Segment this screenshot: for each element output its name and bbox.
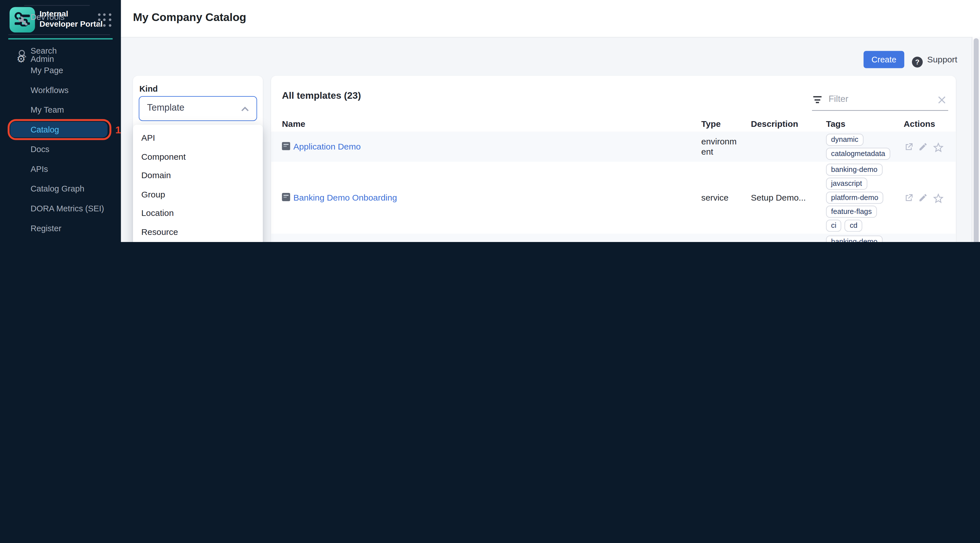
- tag-chip: banking-demo: [826, 236, 883, 242]
- tag-line: cicd: [826, 220, 862, 232]
- tag-chip: feature-flags: [826, 206, 877, 218]
- sidebar-item-catalog-graph[interactable]: Catalog Graph: [0, 179, 121, 199]
- sidebar-item-label: Register: [30, 224, 62, 233]
- tag-chip: banking-demo: [826, 164, 883, 176]
- create-button[interactable]: Create: [864, 51, 904, 68]
- tags-cell: banking-demojavascriptplatform-demofeatu…: [826, 164, 904, 232]
- sidebar-item-label: Admin: [30, 54, 54, 64]
- support-label: Support: [927, 55, 957, 64]
- edit-pencil-icon[interactable]: [918, 142, 928, 152]
- sidebar-item-label: Catalog: [30, 125, 59, 134]
- tags-cell: dynamiccatalogmetadata: [826, 134, 904, 160]
- clear-filter-icon[interactable]: [937, 95, 947, 105]
- tag-line: dynamic: [826, 134, 864, 146]
- tag-chip: cd: [845, 220, 862, 232]
- sidebar-item-label: Workflows: [30, 85, 68, 95]
- kind-option-component[interactable]: Component: [133, 148, 263, 166]
- table-title: All templates (23): [282, 90, 361, 100]
- description-cell: Setup Demo...: [751, 193, 826, 202]
- tag-line: platform-demo: [826, 191, 883, 204]
- kind-dropdown-menu: APIComponentDomainGroupLocationResourceS…: [133, 125, 263, 242]
- filters-panel: Kind Template APIComponentDomainGroupLoc…: [133, 76, 263, 242]
- actions-cell: [904, 193, 945, 203]
- tag-line: javascript: [826, 178, 867, 190]
- kind-option-group[interactable]: Group: [133, 185, 263, 204]
- filter-icon: [813, 96, 822, 104]
- sidebar-item-workflows[interactable]: Workflows: [0, 80, 121, 100]
- question-mark-icon: ?: [912, 57, 923, 67]
- column-header-description: Description: [751, 119, 826, 129]
- kind-option-domain[interactable]: Domain: [133, 166, 263, 185]
- sidebar-item-admin[interactable]: ⚙ Admin: [0, 49, 121, 69]
- column-header-name: Name: [271, 119, 701, 129]
- sidebar-item-apis[interactable]: APIs: [0, 159, 121, 179]
- tag-line: banking-demo: [826, 236, 883, 242]
- sidebar-item-register[interactable]: Register: [0, 218, 121, 238]
- open-in-new-icon[interactable]: [904, 193, 914, 203]
- sidebar-item-dora-metrics-sei[interactable]: DORA Metrics (SEI): [0, 199, 121, 218]
- sidebar-item-catalog[interactable]: Catalog1: [10, 122, 107, 138]
- type-text: environment: [701, 137, 738, 157]
- tag-chip: ci: [826, 220, 842, 232]
- open-in-new-icon[interactable]: [904, 142, 914, 152]
- sidebar-divider-teal: [8, 38, 113, 40]
- name-cell: Application Demo: [271, 142, 701, 152]
- gear-icon: ⚙: [16, 54, 25, 64]
- tag-chip: platform-demo: [826, 191, 883, 204]
- sidebar-item-docs[interactable]: Docs: [0, 139, 121, 159]
- table-header-row: NameTypeDescriptionTagsActions: [271, 115, 956, 132]
- tag-chip: javascript: [826, 178, 867, 190]
- kind-option-system[interactable]: System: [133, 241, 263, 242]
- table-row: Banking Demo OnboardingserviceSetup Demo…: [271, 162, 956, 234]
- kind-select[interactable]: Template: [138, 96, 257, 121]
- entity-icon: [282, 193, 290, 203]
- star-icon[interactable]: [933, 193, 943, 203]
- star-icon[interactable]: [933, 142, 943, 152]
- entity-link[interactable]: Banking Demo Onboarding: [293, 193, 397, 202]
- tag-line: catalogmetadata: [826, 148, 890, 160]
- page-title: My Company Catalog: [133, 11, 246, 24]
- sidebar-item-label: My Team: [30, 105, 64, 115]
- support-button[interactable]: ?Support: [912, 51, 957, 68]
- table-row: Application Demoenvironmentdynamiccatalo…: [271, 132, 956, 162]
- page-header: My Company Catalog: [121, 0, 980, 37]
- tags-cell: banking-demojavascriptplatform-demofeatu…: [826, 236, 904, 242]
- sidebar-item-label: Catalog Graph: [30, 184, 84, 194]
- wrench-icon: [18, 12, 28, 22]
- actions-cell: [904, 142, 945, 152]
- tag-line: banking-demo: [826, 164, 883, 176]
- chevron-up-icon: [241, 106, 249, 111]
- app-root: Internal Developer Portal SearchMy PageW…: [0, 0, 980, 242]
- column-header-type: Type: [701, 119, 751, 129]
- entity-icon: [282, 142, 290, 152]
- kind-option-api[interactable]: API: [133, 129, 263, 147]
- name-cell: Banking Demo Onboarding: [271, 193, 701, 203]
- sidebar-item-label: Docs: [30, 144, 49, 154]
- tag-line: feature-flags: [826, 206, 877, 218]
- type-cell: service: [701, 193, 751, 203]
- kind-option-resource[interactable]: Resource: [133, 223, 263, 241]
- main-area: My Company Catalog Create ?Support Kind …: [121, 0, 980, 242]
- sidebar-item-devtools[interactable]: DevTools: [0, 6, 121, 29]
- filter-input[interactable]: [827, 93, 925, 104]
- kind-option-location[interactable]: Location: [133, 204, 263, 223]
- table-row: Banking Demo Onboarding 2serviceSetup De…: [271, 234, 956, 242]
- tag-chip: dynamic: [826, 134, 864, 146]
- scrollbar-thumb[interactable]: [973, 38, 978, 242]
- templates-table-card: All templates (23) NameTypeDescriptionTa…: [271, 76, 956, 242]
- sidebar-item-label: DORA Metrics (SEI): [30, 204, 104, 213]
- type-cell: environment: [701, 137, 751, 157]
- table-body: Application Demoenvironmentdynamiccatalo…: [271, 132, 956, 242]
- table-filter: [812, 91, 948, 111]
- sidebar-nav: SearchMy PageWorkflowsMy TeamCatalog1Doc…: [0, 41, 121, 238]
- sidebar-item-label: DevTools: [30, 12, 65, 22]
- kind-select-value: Template: [147, 102, 184, 113]
- sidebar-item-my-team[interactable]: My Team: [0, 100, 121, 120]
- edit-pencil-icon[interactable]: [918, 193, 928, 203]
- tag-chip: catalogmetadata: [826, 148, 890, 160]
- annotation-ring: 1: [8, 119, 111, 140]
- type-text: service: [701, 193, 738, 203]
- column-header-tags: Tags: [826, 119, 904, 129]
- entity-link[interactable]: Application Demo: [293, 142, 361, 151]
- content-area: Create ?Support Kind Template APICompone…: [121, 37, 980, 242]
